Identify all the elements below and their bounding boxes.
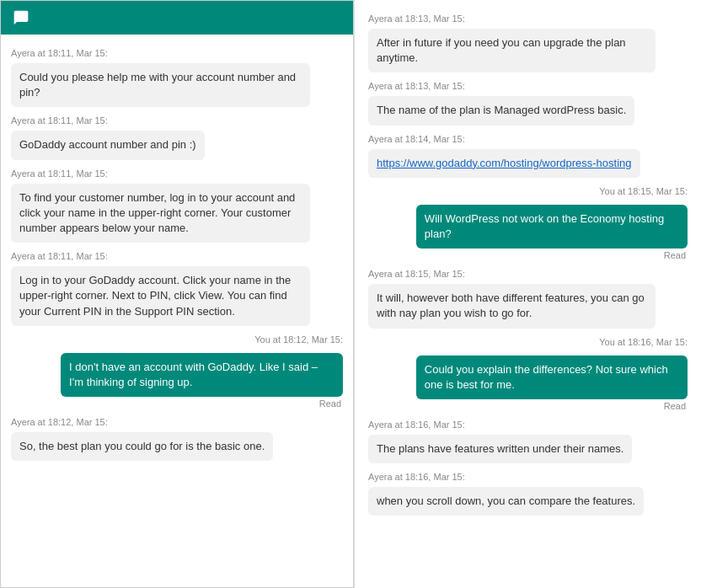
agent-bubble: To find your customer number, log in to … xyxy=(11,184,310,243)
message-timestamp: Ayera at 18:13, Mar 15: xyxy=(368,13,688,24)
you-timestamp: You at 18:15, Mar 15: xyxy=(368,186,688,196)
user-bubble-wrapper: Will WordPress not work on the Economy h… xyxy=(368,205,688,260)
message-timestamp: Ayera at 18:13, Mar 15: xyxy=(368,81,688,91)
read-label: Read xyxy=(664,401,686,411)
message-timestamp: Ayera at 18:11, Mar 15: xyxy=(11,115,343,126)
agent-bubble: The name of the plan is Managed wordPres… xyxy=(368,96,634,125)
message-timestamp: Ayera at 18:11, Mar 15: xyxy=(11,168,343,179)
chat-header-left xyxy=(13,9,36,26)
user-bubble: Will WordPress not work on the Economy h… xyxy=(416,205,688,249)
message-timestamp: Ayera at 18:11, Mar 15: xyxy=(11,251,343,261)
agent-bubble: Log in to your GoDaddy account. Click yo… xyxy=(11,266,310,326)
chat-header-actions xyxy=(319,16,341,19)
agent-bubble: So, the best plan you could go for is th… xyxy=(11,432,273,461)
minimize-button[interactable] xyxy=(319,16,326,19)
chat-icon xyxy=(13,9,29,26)
agent-bubble: https://www.godaddy.com/hosting/wordpres… xyxy=(368,149,640,178)
agent-bubble: Could you please help me with your accou… xyxy=(11,63,310,107)
right-chat-panel: Ayera at 18:13, Mar 15:After in future i… xyxy=(354,0,701,588)
left-chat-messages: Ayera at 18:11, Mar 15:Could you please … xyxy=(1,35,353,587)
message-timestamp: Ayera at 18:16, Mar 15: xyxy=(368,420,688,430)
agent-bubble: The plans have features written under th… xyxy=(368,435,632,463)
message-timestamp: Ayera at 18:15, Mar 15: xyxy=(368,269,688,279)
you-timestamp: You at 18:16, Mar 15: xyxy=(368,337,688,347)
user-bubble: Could you explain the differences? Not s… xyxy=(416,355,688,399)
close-button[interactable] xyxy=(334,16,341,19)
agent-bubble: It will, however both have different fea… xyxy=(368,284,656,328)
read-label: Read xyxy=(319,398,341,409)
user-bubble-wrapper: I don't have an account with GoDaddy. Li… xyxy=(11,353,343,409)
message-timestamp: Ayera at 18:16, Mar 15: xyxy=(368,472,688,482)
user-bubble: I don't have an account with GoDaddy. Li… xyxy=(61,353,343,397)
chat-window: Ayera at 18:11, Mar 15:Could you please … xyxy=(0,0,354,588)
link[interactable]: https://www.godaddy.com/hosting/wordpres… xyxy=(377,157,632,169)
message-timestamp: Ayera at 18:12, Mar 15: xyxy=(11,417,343,427)
user-bubble-wrapper: Could you explain the differences? Not s… xyxy=(368,355,688,411)
agent-bubble: GoDaddy account number and pin :) xyxy=(11,131,205,159)
read-label: Read xyxy=(664,250,686,260)
chat-header xyxy=(1,1,353,35)
agent-bubble: After in future if you need you can upgr… xyxy=(368,29,656,72)
agent-bubble: when you scroll down, you can compare th… xyxy=(368,487,644,516)
you-timestamp: You at 18:12, Mar 15: xyxy=(11,334,343,345)
message-timestamp: Ayera at 18:14, Mar 15: xyxy=(368,134,688,144)
message-timestamp: Ayera at 18:11, Mar 15: xyxy=(11,48,343,58)
